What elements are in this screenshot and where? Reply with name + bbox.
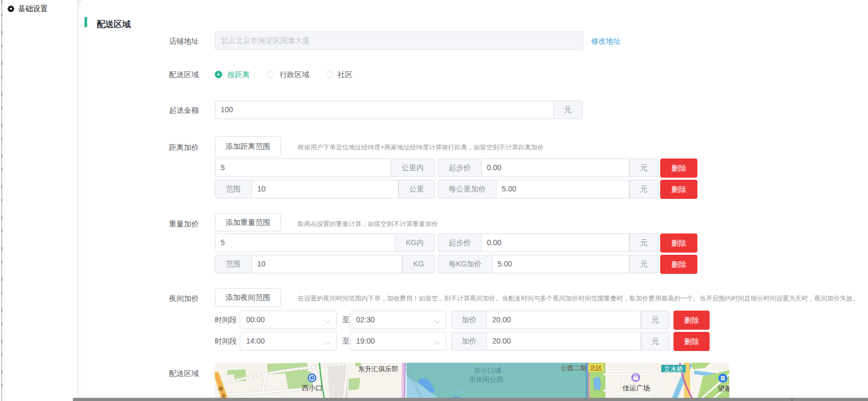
svg-text:立水桥: 立水桥 [664, 365, 683, 373]
svg-text:望春: 望春 [718, 385, 729, 392]
svg-text:东小口城: 东小口城 [474, 366, 501, 374]
svg-text:公园二期: 公园二期 [561, 364, 586, 372]
svg-text:北区: 北区 [589, 364, 602, 372]
svg-text:佳运广场: 佳运广场 [622, 384, 650, 392]
svg-text:西小口: 西小口 [302, 384, 323, 392]
svg-text:东升汇俱乐部: 东升汇俱乐部 [358, 365, 398, 373]
svg-text:市休闲公园: 市休闲公园 [469, 375, 503, 383]
